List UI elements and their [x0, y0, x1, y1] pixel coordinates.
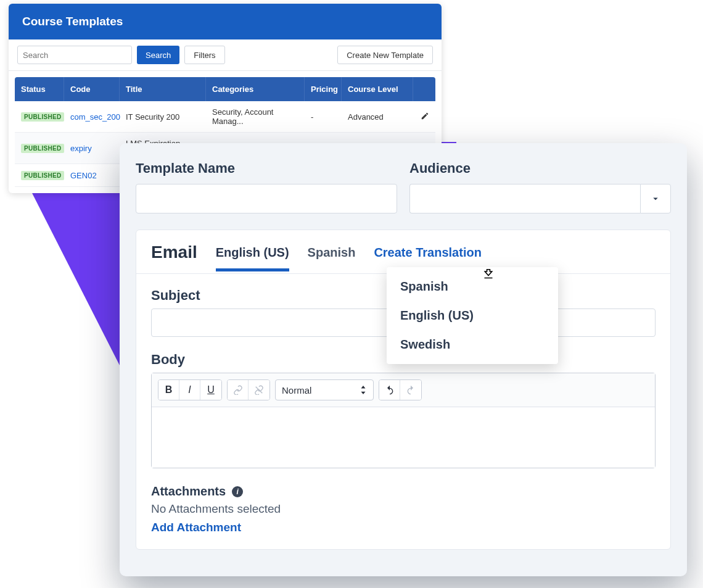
email-card: Email English (US) Spanish Create Transl… [136, 230, 671, 550]
row-title: IT Security 200 [120, 106, 206, 128]
italic-button[interactable]: I [179, 380, 200, 400]
add-attachment-link[interactable]: Add Attachment [151, 521, 656, 534]
audience-select[interactable] [409, 184, 640, 213]
dropdown-item-spanish[interactable]: Spanish [387, 272, 558, 301]
col-pricing[interactable]: Pricing [305, 77, 342, 101]
chevron-down-icon[interactable] [640, 184, 671, 213]
dropdown-item-english[interactable]: English (US) [387, 301, 558, 330]
filters-button[interactable]: Filters [184, 46, 224, 64]
status-badge: PUBLISHED [21, 144, 64, 153]
bold-button[interactable]: B [158, 380, 179, 400]
dropdown-item-swedish[interactable]: Swedish [387, 330, 558, 359]
col-code[interactable]: Code [64, 77, 120, 101]
audience-label: Audience [409, 160, 671, 176]
attachments-empty: No Attachments selected [151, 502, 656, 516]
table-row: PUBLISHED com_sec_200 IT Security 200 Se… [15, 101, 435, 133]
table-header: Status Code Title Categories Pricing Cou… [15, 77, 435, 101]
row-categories: Security, Account Manag... [206, 101, 305, 132]
link-icon[interactable] [228, 380, 249, 400]
rich-text-editor: B I U Normal [151, 373, 656, 468]
redo-icon[interactable] [400, 380, 421, 400]
template-name-input[interactable] [136, 184, 397, 213]
tab-spanish[interactable]: Spanish [308, 246, 356, 271]
edit-icon[interactable] [421, 113, 429, 122]
search-button[interactable]: Search [137, 46, 179, 64]
panel-title: Course Templates [9, 4, 442, 39]
code-link[interactable]: com_sec_200 [70, 112, 120, 122]
translation-dropdown: Spanish English (US) Swedish [387, 267, 558, 364]
toolbar: Search Filters Create New Template [9, 39, 442, 71]
editor-panel: Template Name Audience Email English (US… [120, 143, 687, 576]
template-name-label: Template Name [136, 160, 397, 176]
row-level: Advanced [342, 106, 413, 128]
code-link[interactable]: expiry [70, 144, 92, 153]
code-link[interactable]: GEN02 [70, 171, 97, 180]
col-title[interactable]: Title [120, 77, 206, 101]
rte-body[interactable] [152, 407, 655, 468]
create-template-button[interactable]: Create New Template [337, 46, 433, 64]
underline-button[interactable]: U [200, 380, 221, 400]
col-level[interactable]: Course Level [342, 77, 413, 101]
info-icon[interactable]: i [232, 486, 243, 497]
status-badge: PUBLISHED [21, 171, 64, 180]
unlink-icon[interactable] [249, 380, 269, 400]
format-select-label: Normal [282, 385, 311, 395]
format-select[interactable]: Normal [275, 379, 374, 400]
search-input[interactable] [17, 46, 132, 64]
col-status[interactable]: Status [15, 77, 64, 101]
row-pricing: - [305, 106, 342, 128]
sort-icon [360, 386, 367, 394]
tab-english[interactable]: English (US) [216, 246, 289, 271]
attachments-label: Attachments [151, 484, 226, 499]
status-badge: PUBLISHED [21, 112, 64, 122]
col-categories[interactable]: Categories [206, 77, 305, 101]
undo-icon[interactable] [379, 380, 400, 400]
section-title: Email [151, 242, 197, 273]
rte-toolbar: B I U Normal [152, 373, 655, 407]
cursor-icon [480, 266, 496, 284]
card-header: Email English (US) Spanish Create Transl… [136, 230, 670, 274]
